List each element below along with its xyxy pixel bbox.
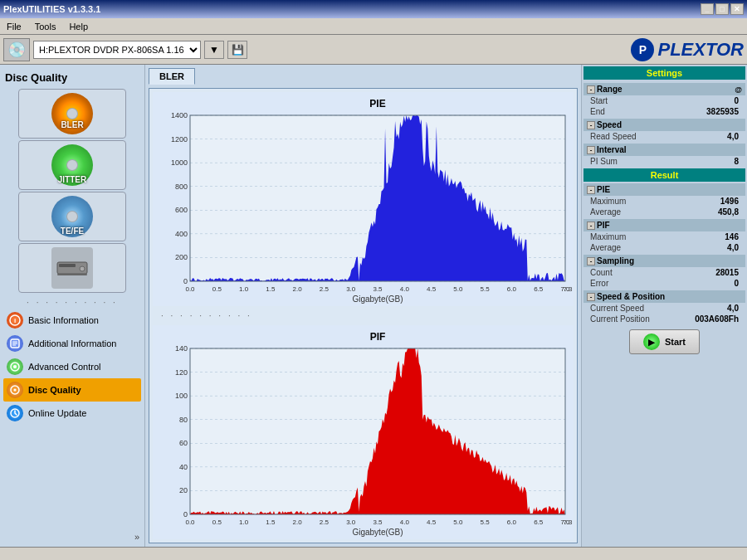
disc-btn-jitter[interactable]: JITTER <box>18 140 126 190</box>
svg-point-2 <box>80 266 85 271</box>
sampling-collapse[interactable]: - <box>587 257 595 265</box>
tab-bler[interactable]: BLER <box>149 68 195 85</box>
svg-point-11 <box>13 365 17 368</box>
tefe-label: TE/FE <box>61 226 84 236</box>
basic-info-label: Basic Information <box>28 315 99 325</box>
sidebar-item-basic[interactable]: i Basic Information <box>3 309 141 332</box>
sidebar-item-additional[interactable]: Additional Information <box>3 332 141 355</box>
sidebar-item-update[interactable]: Online Update <box>3 402 141 425</box>
interval-collapse[interactable]: - <box>587 146 595 154</box>
range-section-header: - Range @ <box>583 83 745 95</box>
save-button[interactable]: 💾 <box>227 41 247 59</box>
range-end-label: End <box>590 107 605 116</box>
pif-section-header: - PIF <box>583 219 745 231</box>
close-button[interactable]: ✕ <box>730 3 744 15</box>
plextor-logo-text: PLEXTOR <box>657 39 744 61</box>
tab-bar: BLER <box>149 68 578 85</box>
maximize-button[interactable]: □ <box>715 3 729 15</box>
sampling-count-value: 28015 <box>715 268 739 277</box>
read-speed-row: Read Speed 4,0 <box>583 131 745 142</box>
disc-buttons: BLER JITTER TE/FE <box>3 89 141 293</box>
pi-sum-value: 8 <box>734 157 739 166</box>
sidebar-item-disc[interactable]: Disc Quality <box>3 378 141 402</box>
drive-select[interactable]: H:PLEXTOR DVDR PX-806SA 1.16 <box>33 41 201 59</box>
pie-chart-wrapper <box>153 92 574 306</box>
disc-btn-tefe[interactable]: TE/FE <box>18 192 126 241</box>
app-title: PlexUTILITIES v1.3.3.1 <box>3 4 100 14</box>
menu-tools[interactable]: Tools <box>32 21 60 32</box>
current-speed-row: Current Speed 4,0 <box>583 303 745 314</box>
pif-collapse[interactable]: - <box>587 222 595 230</box>
disc-quality-label: Disc Quality <box>28 385 81 395</box>
drive-svg-icon <box>56 256 89 280</box>
content-area: BLER · · · · · · · · · · <box>145 65 581 547</box>
menu-file[interactable]: File <box>3 21 25 32</box>
sidebar-title: Disc Quality <box>3 68 141 89</box>
svg-rect-3 <box>57 274 87 275</box>
jitter-disc-center <box>66 159 78 171</box>
menu-bar: File Tools Help <box>0 18 747 35</box>
pie-avg-row: Average 450,8 <box>583 207 745 217</box>
current-speed-value: 4,0 <box>727 304 739 313</box>
pif-avg-label: Average <box>590 243 621 252</box>
current-pos-row: Current Position 003A608Fh <box>583 314 745 324</box>
sampling-error-label: Error <box>590 279 608 288</box>
online-update-icon <box>7 405 23 421</box>
sidebar: Disc Quality BLER JITTER TE/FE <box>0 65 145 547</box>
status-bar <box>0 547 747 560</box>
pif-max-value: 146 <box>725 232 739 241</box>
start-label: Start <box>665 337 686 347</box>
settings-header: Settings <box>583 66 745 80</box>
disc-btn-bler[interactable]: BLER <box>18 89 126 139</box>
read-speed-value: 4,0 <box>727 132 739 141</box>
pie-section-header: - PIE <box>583 183 745 196</box>
toolbar: 💿 H:PLEXTOR DVDR PX-806SA 1.16 ▼ 💾 P PLE… <box>0 35 747 65</box>
speed-pos-section-label: Speed & Position <box>597 292 665 301</box>
pif-chart-wrapper <box>153 325 574 539</box>
pie-avg-label: Average <box>590 207 621 217</box>
read-speed-label: Read Speed <box>590 132 637 141</box>
plextor-logo: P PLEXTOR <box>631 38 744 61</box>
speed-pos-section-header: - Speed & Position <box>583 290 745 303</box>
start-icon: ▶ <box>643 334 660 350</box>
bler-disc-center <box>66 108 78 119</box>
additional-info-icon <box>7 335 23 352</box>
current-pos-value: 003A608Fh <box>695 314 739 324</box>
svg-point-13 <box>14 389 17 392</box>
disc-quality-icon <box>7 382 23 398</box>
pie-section-label: PIE <box>597 185 610 194</box>
range-start-row: Start 0 <box>583 95 745 106</box>
interval-section-header: - Interval <box>583 144 745 156</box>
pif-section-label: PIF <box>597 221 610 230</box>
disc-btn-drive[interactable] <box>18 243 126 293</box>
right-panel: Settings - Range @ Start 0 End 3825935 -… <box>581 65 747 547</box>
advanced-control-icon <box>7 358 23 375</box>
range-start-label: Start <box>590 96 608 105</box>
plextor-circle: P <box>631 38 654 61</box>
start-button[interactable]: ▶ Start <box>629 329 700 354</box>
charts-container: · · · · · · · · · · <box>149 88 578 543</box>
range-collapse[interactable]: - <box>587 85 595 94</box>
menu-help[interactable]: Help <box>66 21 91 32</box>
sidebar-item-advanced[interactable]: Advanced Control <box>3 355 141 378</box>
basic-info-icon: i <box>7 312 23 329</box>
speed-collapse[interactable]: - <box>587 121 595 129</box>
tefe-disc-center <box>66 211 78 222</box>
collapse-arrow[interactable]: » <box>3 530 141 543</box>
range-end-row: End 3825935 <box>583 106 745 117</box>
sampling-section-header: - Sampling <box>583 255 745 267</box>
sampling-count-row: Count 28015 <box>583 267 745 278</box>
speed-pos-collapse[interactable]: - <box>587 293 595 301</box>
dropdown-button[interactable]: ▼ <box>204 41 224 59</box>
minimize-button[interactable]: _ <box>701 3 714 15</box>
range-section-label: Range <box>597 85 622 94</box>
interval-section-label: Interval <box>597 145 627 154</box>
range-start-value: 0 <box>734 96 739 105</box>
title-bar: PlexUTILITIES v1.3.3.1 _ □ ✕ <box>0 0 747 18</box>
pie-collapse[interactable]: - <box>587 186 595 194</box>
advanced-control-label: Advanced Control <box>28 362 100 372</box>
nav-items: i Basic Information Additional Informati… <box>3 309 141 425</box>
pi-sum-row: PI Sum 8 <box>583 156 745 167</box>
sampling-error-value: 0 <box>734 279 739 288</box>
window-controls: _ □ ✕ <box>701 3 744 15</box>
